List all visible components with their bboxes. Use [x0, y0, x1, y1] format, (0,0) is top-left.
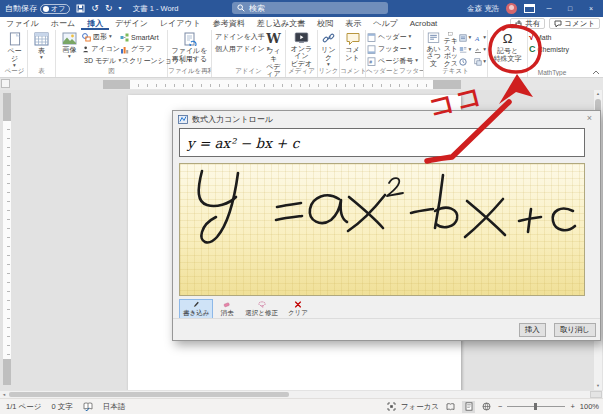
maximize-button[interactable]: □ [563, 0, 577, 17]
zoom-in-button[interactable]: + [570, 402, 574, 411]
vertical-ruler[interactable] [3, 93, 11, 385]
insert-button[interactable]: 挿入 [519, 323, 546, 337]
dialog-close-icon[interactable]: × [587, 113, 592, 123]
3d-models-button[interactable]: 3D モデル ▾ [82, 55, 120, 67]
share-button[interactable]: 共有 [510, 18, 545, 29]
mathtype-math-button[interactable]: √ Math [529, 31, 575, 43]
tab-acrobat[interactable]: Acrobat [404, 17, 444, 30]
horizontal-ruler[interactable] [103, 80, 461, 89]
dialog-titlebar[interactable]: 数式入力コントロール × [173, 111, 600, 127]
horizontal-scroll-thumb[interactable] [9, 392, 289, 397]
chart-button[interactable]: グラフ [120, 43, 166, 55]
date-time-button[interactable] [459, 58, 471, 66]
online-video-button[interactable]: オンライン ビデオ [287, 31, 316, 69]
tab-insert[interactable]: 挿入 [81, 17, 109, 30]
minimize-button[interactable]: ─ [542, 0, 556, 17]
get-addins-button[interactable]: アドインを入手 [213, 31, 263, 43]
language-indicator[interactable]: 日本語 [103, 402, 126, 412]
footer-button[interactable]: フッター ▾ [367, 43, 422, 55]
cancel-button[interactable]: 取り消し [554, 323, 596, 337]
screenshot-button[interactable]: スクリーンショット ▾ [120, 55, 166, 67]
zoom-level[interactable]: 100% [580, 402, 599, 411]
search-box[interactable]: 検索 [232, 2, 388, 14]
tab-selector[interactable] [1, 79, 10, 88]
autosave-pill[interactable]: オフ [40, 4, 70, 14]
textbox-button[interactable]: A テキスト ボックス [442, 31, 459, 69]
wordart-button[interactable]: A ▾ [474, 34, 486, 42]
word-count[interactable]: 0 文字 [51, 402, 72, 412]
tab-references[interactable]: 参考資料 [207, 17, 251, 30]
table-button[interactable]: 表 ▾ [29, 31, 54, 69]
comments-button[interactable]: コメント [549, 18, 600, 29]
read-mode-button[interactable] [444, 401, 457, 413]
mathtype-chemistry-button[interactable]: C Chemistry [529, 43, 575, 55]
ink-writing-area[interactable] [179, 163, 585, 296]
icons-button[interactable]: アイコン [82, 43, 120, 55]
tab-home[interactable]: ホーム [45, 17, 81, 30]
write-tool[interactable]: 書き込み [179, 299, 213, 320]
wikipedia-icon: W [266, 32, 281, 46]
zoom-slider[interactable] [507, 406, 565, 407]
tab-view[interactable]: 表示 [339, 17, 367, 30]
avatar[interactable] [506, 3, 517, 14]
web-layout-button[interactable] [480, 401, 493, 413]
page-number-button[interactable]: # ページ番号 ▾ [367, 55, 422, 67]
tab-file[interactable]: ファイル [0, 17, 45, 30]
ribbon-display-options-icon[interactable] [524, 4, 535, 13]
close-button[interactable]: × [584, 0, 598, 17]
collapse-ribbon-icon[interactable] [592, 70, 600, 75]
zoom-slider-thumb[interactable] [534, 403, 537, 410]
picture-icon [62, 32, 77, 45]
undo-icon[interactable]: ↺ [91, 4, 99, 13]
link-button[interactable]: リンク ▾ [319, 31, 338, 69]
greeting-button[interactable]: あいさつ 文 [425, 31, 442, 69]
wikipedia-button[interactable]: W ウィキ ペディア [263, 31, 284, 69]
horizontal-scrollbar[interactable]: ◄ [0, 390, 603, 398]
ruler-row [0, 78, 603, 90]
object-button[interactable]: ▾ [474, 58, 486, 66]
reuse-files-button[interactable]: ファイルを 再利用する [169, 31, 210, 69]
dropdown-caret-icon: ▾ [483, 47, 486, 53]
shapes-button[interactable]: 図形 ▾ [82, 31, 120, 43]
scroll-up-icon[interactable]: ▲ [594, 90, 602, 98]
group-media: オンライン ビデオ メディア [286, 30, 318, 77]
erase-tool-label: 消去 [221, 309, 234, 318]
zoom-out-button[interactable]: − [498, 402, 502, 411]
symbols-button[interactable]: Ω 記号と 特殊文字 [489, 31, 526, 75]
scroll-down-icon[interactable]: ▼ [594, 382, 602, 390]
my-addins-button[interactable]: 個人用アドイン ▾ [213, 43, 263, 55]
print-layout-button[interactable] [462, 401, 475, 413]
tab-help[interactable]: ヘルプ [367, 17, 404, 30]
tab-layout[interactable]: レイアウト [154, 17, 207, 30]
tab-design[interactable]: デザイン [109, 17, 154, 30]
tab-review[interactable]: 校閲 [311, 17, 339, 30]
tab-mailings[interactable]: 差し込み文書 [251, 17, 311, 30]
scroll-left-icon[interactable]: ◄ [0, 391, 8, 398]
wordart-icon: A [474, 34, 482, 42]
omega-icon: Ω [503, 32, 513, 46]
select-correct-tool[interactable]: 選択と修正 [241, 299, 282, 320]
smartart-button[interactable]: SmartArt [120, 31, 166, 43]
user-name: 金森 克浩 [467, 4, 499, 14]
comment-button[interactable]: コメント [341, 31, 364, 69]
group-label-reuse: ファイルを再利用 [168, 67, 211, 76]
chart-icon [120, 45, 129, 54]
pages-button[interactable]: ページ ▾ [3, 31, 26, 69]
focus-button[interactable]: フォーカス [401, 402, 439, 412]
textbox-icon: A [444, 32, 457, 36]
erase-tool[interactable]: 消去 [215, 299, 239, 320]
autosave-label: 自動保存 [5, 3, 37, 14]
save-icon[interactable] [76, 4, 85, 13]
autosave-toggle[interactable]: 自動保存 オフ [5, 3, 70, 14]
proofing-icon[interactable] [83, 402, 93, 411]
quick-parts-button[interactable]: ▾ [459, 34, 471, 42]
drop-cap-button[interactable]: ▾ [459, 46, 471, 54]
page-indicator[interactable]: 1/1 ページ [6, 402, 41, 412]
group-header-footer: ヘッダー ▾ フッター ▾ # ページ番号 [366, 30, 424, 77]
signature-line-button[interactable]: ▾ [474, 46, 486, 54]
group-tables: 表 ▾ 表 [28, 30, 56, 77]
header-button[interactable]: ヘッダー ▾ [367, 31, 422, 43]
pictures-button[interactable]: 画像 ▾ [57, 31, 82, 69]
icons-icon [82, 45, 89, 54]
clear-tool[interactable]: クリア [284, 299, 312, 320]
